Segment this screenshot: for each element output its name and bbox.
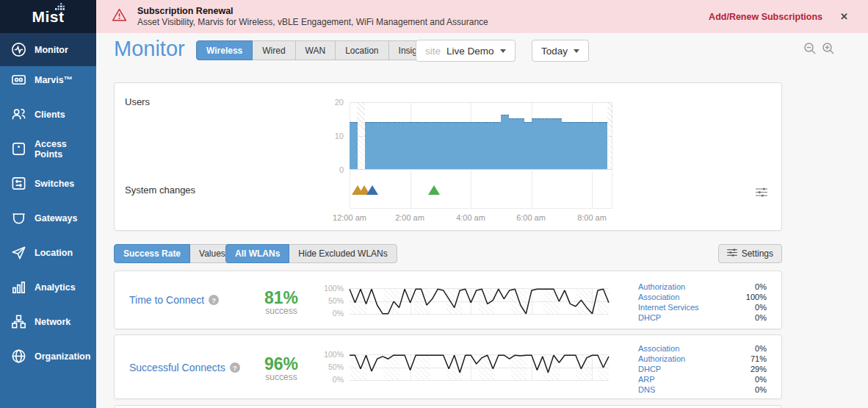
mist-dashboard: { "sidebar": { "logo_text": "Mist", "ite… [0,0,868,408]
detail-value: 0% [755,385,767,394]
detail-value: 29% [751,365,767,373]
subscription-banner: Subscription Renewal Asset Visibility, M… [96,0,868,33]
spark-y-tick: 100% [311,350,344,359]
tab-location[interactable]: Location [335,40,388,60]
tab-wired[interactable]: Wired [252,40,295,60]
sidebar-item-location[interactable]: Location [0,235,96,270]
metric-card-successful-connects: Successful Connects ? 96% success 100% 5… [114,334,782,399]
detail-label[interactable]: DNS [638,385,655,394]
x-tick: 6:00 am [516,213,546,222]
detail-label[interactable]: Authorization [638,282,685,291]
mist-logo-dots-icon [50,3,68,11]
detail-label[interactable]: DHCP [638,365,661,373]
site-selector[interactable]: site Live Demo [416,40,516,62]
chart-options-icon[interactable] [756,187,767,200]
zoom-controls [803,42,835,58]
detail-value: 0% [755,344,767,353]
zoom-in-icon[interactable] [822,42,835,58]
success-percent: 96% [248,355,314,373]
banner-close-icon[interactable]: ✕ [840,11,848,22]
detail-row: Authorization0% [638,282,767,292]
sidebar-item-label: Access Points [35,139,96,160]
sidebar-item-switches[interactable]: Switches [0,166,96,201]
metric-name-label: Time to Connect [129,294,204,306]
next-metric-card [114,405,782,408]
metric-link-successful-connects[interactable]: Successful Connects ? [129,362,240,373]
detail-value: 0% [755,282,767,291]
date-range-selector[interactable]: Today [532,40,589,62]
spark-y-tick: 0% [311,375,344,384]
settings-button[interactable]: Settings [718,244,782,263]
detail-label[interactable]: Internet Services [638,303,699,312]
site-prefix-label: site [425,46,441,57]
switches-icon [10,175,27,193]
success-caption: success [248,373,314,382]
spark-y-tick: 100% [311,284,344,293]
tab-wireless[interactable]: Wireless [196,40,253,60]
date-range-value: Today [541,46,568,57]
x-tick: 4:00 am [456,213,485,222]
sidebar-item-organization[interactable]: Organization [0,339,96,373]
sidebar-item-access-points[interactable]: Access Points [0,132,96,166]
success-percent: 81% [248,289,314,307]
metric-name-label: Successful Connects [129,362,225,373]
detail-value: 100% [746,293,767,301]
time-to-connect-sparkline[interactable]: 100% 50% 0% [350,288,609,315]
detail-value: 0% [755,313,767,322]
sidebar-item-analytics[interactable]: Analytics [0,270,96,304]
sidebar-item-label: Location [35,248,73,258]
success-caption: success [248,307,314,316]
detail-label[interactable]: Association [638,293,679,301]
help-icon[interactable]: ? [209,295,219,305]
location-icon [10,244,27,262]
toggle-success-rate[interactable]: Success Rate [114,244,190,263]
chevron-down-icon [500,49,506,53]
detail-label[interactable]: DHCP [638,313,661,322]
banner-title: Subscription Renewal [137,5,488,17]
help-icon[interactable]: ? [230,362,240,373]
chevron-down-icon [574,49,579,53]
detail-label[interactable]: Association [638,344,679,353]
spark-y-tick: 50% [311,296,344,305]
detail-value: 0% [755,375,767,384]
successful-connects-sparkline[interactable]: 100% 50% 0% [350,354,609,381]
sidebar-item-monitor[interactable]: Monitor [0,33,96,66]
mist-logo[interactable]: Mist [0,0,96,33]
users-chart-label: Users [125,96,150,107]
sidebar-item-label: Clients [35,110,65,120]
users-bar-chart[interactable] [350,102,612,170]
marvis-icon [10,71,27,89]
toggle-hide-excluded-wlans[interactable]: Hide Excluded WLANs [289,244,397,263]
detail-row: Association0% [638,343,767,354]
access-points-icon [10,140,27,158]
sidebar-item-gateways[interactable]: Gateways [0,201,96,235]
x-tick: 12:00 am [333,213,366,222]
system-changes-track[interactable] [350,171,612,209]
sidebar-item-network[interactable]: Network [0,304,96,339]
rate-toggle: Success Rate Values [114,244,235,263]
sidebar-item-clients[interactable]: Clients [0,97,96,132]
users-y-tick: 20 [319,98,344,107]
metric-details: Association0% Authorization71% DHCP29% A… [638,343,767,395]
clients-icon [10,106,27,124]
detail-label[interactable]: ARP [638,375,655,384]
metric-link-time-to-connect[interactable]: Time to Connect ? [129,294,219,306]
users-y-tick: 0 [319,165,344,174]
sidebar-item-marvis[interactable]: Marvis™ [0,62,96,97]
analytics-icon [10,279,27,296]
sidebar-item-label: Analytics [35,282,76,293]
detail-label[interactable]: Authorization [638,354,685,363]
monitor-tabs: Wireless Wired WAN Location Insights [196,40,439,60]
add-renew-subscriptions-link[interactable]: Add/Renew Subscriptions [709,12,822,22]
detail-row: DHCP29% [638,364,767,374]
tab-wan[interactable]: WAN [295,40,336,60]
sidebar-item-label: Monitor [35,45,68,55]
gateways-icon [10,210,27,227]
banner-message: Asset Visibility, Marvis for Wireless, v… [137,17,488,28]
spark-y-tick: 0% [311,309,344,318]
zoom-out-icon[interactable] [803,42,817,58]
toggle-all-wlans[interactable]: All WLANs [225,244,289,263]
metric-details: Authorization0% Association100% Internet… [638,282,767,323]
detail-value: 71% [751,354,767,363]
sidebar-item-label: Organization [35,351,90,362]
